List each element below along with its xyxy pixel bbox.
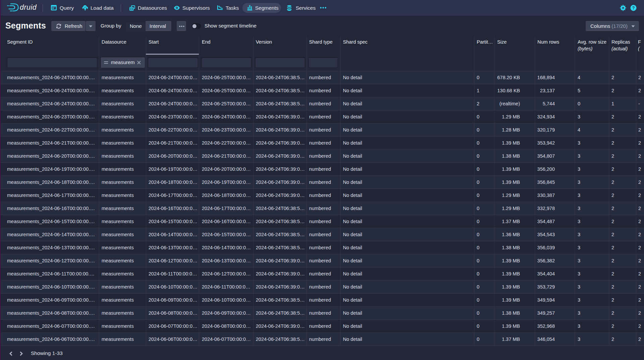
svg-text:?: ?	[632, 6, 635, 10]
